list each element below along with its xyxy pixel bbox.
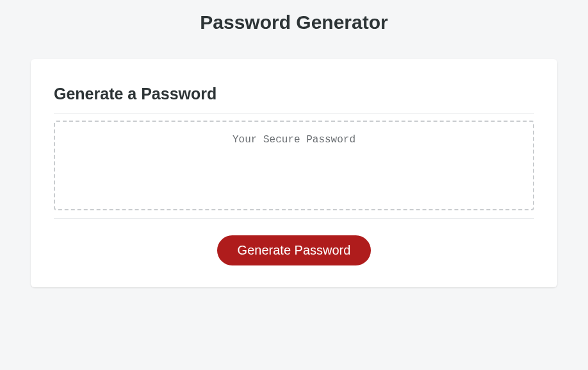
card-title: Generate a Password bbox=[54, 85, 534, 103]
password-output: Your Secure Password bbox=[54, 121, 534, 210]
password-placeholder-text: Your Secure Password bbox=[233, 134, 355, 146]
generate-password-button[interactable]: Generate Password bbox=[217, 235, 372, 265]
generator-card: Generate a Password Your Secure Password… bbox=[31, 59, 557, 287]
page-title: Password Generator bbox=[0, 0, 588, 46]
